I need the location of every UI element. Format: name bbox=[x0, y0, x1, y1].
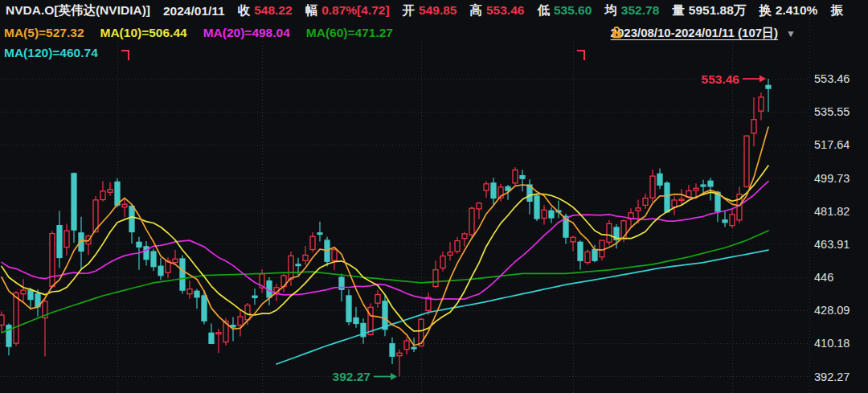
field-amplitude: 振 bbox=[830, 2, 847, 19]
field-turnover: 换 2.410% bbox=[759, 2, 817, 19]
legend-ma5: MA(5)=527.32 bbox=[4, 26, 84, 40]
y-axis-tick: 446 bbox=[814, 271, 833, 284]
field-avg: 均 352.78 bbox=[604, 2, 659, 19]
candle[interactable] bbox=[585, 250, 590, 265]
candle[interactable] bbox=[50, 231, 55, 288]
legend-ma20: MA(20)=498.04 bbox=[203, 26, 290, 40]
y-axis-tick: 392.27 bbox=[814, 370, 850, 383]
y-axis-tick: 481.82 bbox=[814, 205, 850, 218]
candle[interactable] bbox=[665, 181, 669, 212]
field-close: 收 548.22 bbox=[238, 2, 293, 19]
candle[interactable] bbox=[513, 167, 518, 185]
field-volume: 量 5951.88万 bbox=[672, 2, 746, 19]
legend-ma120: MA(120)=460.74 bbox=[4, 46, 98, 59]
period-selector[interactable]: 2023/08/10-2024/01/11 (107日) ▼ bbox=[611, 26, 804, 41]
stock-chart-window: 553.46535.55517.64499.73481.82463.914464… bbox=[0, 0, 868, 393]
symbol-title: NVDA.O[英伟达(NVIDIA)] bbox=[6, 2, 150, 19]
candlestick-chart[interactable]: 553.46535.55517.64499.73481.82463.914464… bbox=[0, 0, 868, 393]
y-axis-tick: 517.64 bbox=[814, 138, 850, 151]
quote-header: NVDA.O[英伟达(NVIDIA)] 2024/01/11 收 548.22 … bbox=[6, 2, 847, 19]
candle[interactable] bbox=[180, 255, 185, 293]
field-change: 幅 0.87%[4.72] bbox=[305, 2, 390, 19]
field-open: 开 549.85 bbox=[403, 2, 457, 19]
y-axis-tick: 463.91 bbox=[814, 238, 850, 251]
candle[interactable] bbox=[14, 291, 18, 346]
ma120-legend: MA(120)=460.74 bbox=[4, 46, 98, 60]
field-low: 低 535.60 bbox=[537, 2, 592, 19]
y-axis-tick: 410.18 bbox=[814, 337, 850, 350]
y-axis-tick: 535.55 bbox=[814, 105, 850, 118]
candle[interactable] bbox=[534, 194, 539, 221]
legend-ma60: MA(60)=471.27 bbox=[306, 26, 393, 40]
y-axis-tick: 553.46 bbox=[814, 72, 850, 85]
y-axis-tick: 499.73 bbox=[814, 172, 850, 185]
candle[interactable] bbox=[744, 135, 749, 187]
legend-ma10: MA(10)=506.44 bbox=[100, 26, 187, 40]
svg-text:392.27: 392.27 bbox=[333, 370, 371, 383]
quote-date: 2024/01/11 bbox=[163, 4, 225, 18]
svg-text:553.46: 553.46 bbox=[702, 72, 740, 86]
period-range-text[interactable]: 2023/08/10-2024/01/11 (107日) bbox=[611, 26, 779, 41]
field-high: 高 553.46 bbox=[470, 2, 525, 19]
ma-legend: MA(5)=527.32 MA(10)=506.44 MA(20)=498.04… bbox=[4, 26, 393, 40]
chevron-down-icon[interactable]: ▼ bbox=[786, 29, 796, 39]
candle[interactable] bbox=[469, 207, 474, 238]
y-axis-tick: 428.09 bbox=[814, 304, 850, 317]
candle[interactable] bbox=[607, 220, 612, 246]
